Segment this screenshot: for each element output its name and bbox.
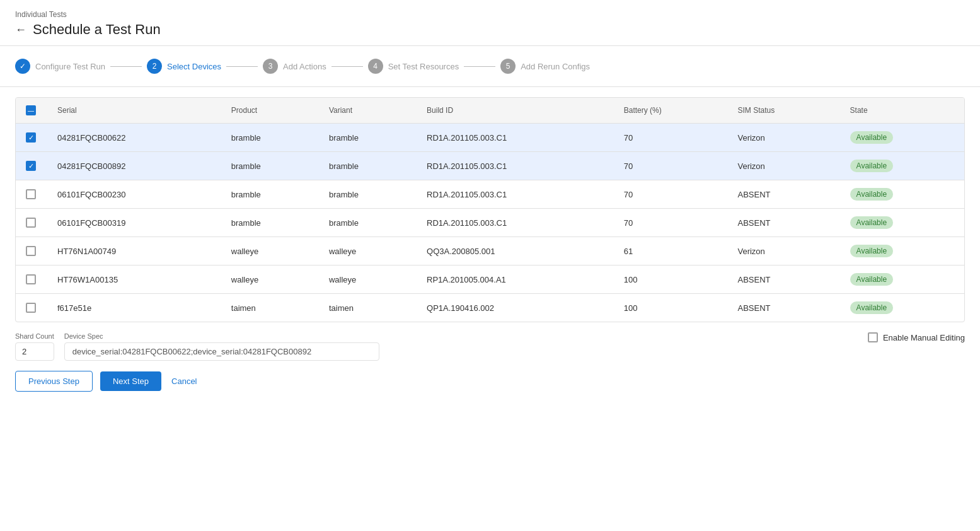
cell-battery: 70 [614, 180, 728, 209]
state-badge: Available [850, 188, 893, 201]
cell-build_id: RD1A.201105.003.C1 [417, 180, 614, 209]
cell-product: bramble [221, 180, 319, 209]
step-3: 3Add Actions [263, 59, 326, 74]
cell-serial: HT76W1A00135 [47, 266, 221, 294]
shard-count-label: Shard Count [15, 332, 54, 340]
footer-fields: Shard Count 2 Device Spec device_serial:… [15, 332, 965, 361]
table-row[interactable]: HT76N1A00749walleyewalleyeQQ3A.200805.00… [16, 237, 964, 266]
next-step-button[interactable]: Next Step [100, 371, 161, 391]
cell-state: Available [840, 266, 964, 294]
row-checkbox-row7[interactable] [26, 303, 36, 313]
step-2: 2Select Devices [147, 59, 221, 74]
shard-count-value[interactable]: 2 [15, 342, 54, 361]
step-label-5: Add Rerun Configs [521, 62, 590, 71]
row-checkbox-row5[interactable] [26, 246, 36, 256]
state-badge: Available [850, 131, 893, 144]
enable-manual-label: Enable Manual Editing [883, 333, 965, 342]
cell-product: walleye [221, 237, 319, 266]
col-header-state: State [840, 98, 964, 124]
enable-manual-group: Enable Manual Editing [868, 332, 965, 342]
device-spec-value[interactable]: device_serial:04281FQCB00622;device_seri… [64, 342, 379, 361]
cell-variant: walleye [319, 266, 417, 294]
cell-battery: 70 [614, 209, 728, 237]
row-checkbox-row6[interactable] [26, 274, 36, 284]
step-circle-2: 2 [147, 59, 162, 74]
cell-build_id: RD1A.201105.003.C1 [417, 209, 614, 237]
cell-build_id: QQ3A.200805.001 [417, 237, 614, 266]
enable-manual-checkbox[interactable] [868, 332, 878, 342]
cell-serial: 04281FQCB00622 [47, 124, 221, 152]
step-connector-2 [226, 66, 258, 67]
step-circle-1: ✓ [15, 59, 30, 74]
row-checkbox-row2[interactable] [26, 161, 36, 171]
table-row[interactable]: 04281FQCB00622bramblebrambleRD1A.201105.… [16, 124, 964, 152]
col-header-checkbox [16, 98, 47, 124]
devices-table-container: SerialProductVariantBuild IDBattery (%)S… [15, 97, 965, 322]
table-row[interactable]: f617e51etaimentaimenQP1A.190416.002100AB… [16, 294, 964, 322]
cell-build_id: RD1A.201105.003.C1 [417, 124, 614, 152]
cell-state: Available [840, 237, 964, 266]
step-circle-4: 4 [368, 59, 383, 74]
step-label-3: Add Actions [283, 62, 326, 71]
state-badge: Available [850, 273, 893, 286]
cell-product: bramble [221, 124, 319, 152]
footer-section: Shard Count 2 Device Spec device_serial:… [0, 322, 980, 402]
device-spec-group: Device Spec device_serial:04281FQCB00622… [64, 332, 379, 361]
col-header-variant: Variant [319, 98, 417, 124]
step-connector-3 [331, 66, 363, 67]
step-connector-1 [110, 66, 142, 67]
cell-build_id: QP1A.190416.002 [417, 294, 614, 322]
cell-state: Available [840, 152, 964, 180]
step-1: ✓Configure Test Run [15, 59, 105, 74]
cell-variant: walleye [319, 237, 417, 266]
back-arrow-icon[interactable]: ← [15, 24, 26, 35]
row-checkbox-row4[interactable] [26, 218, 36, 228]
table-row[interactable]: HT76W1A00135walleyewalleyeRP1A.201005.00… [16, 266, 964, 294]
col-header-sim_status: SIM Status [727, 98, 839, 124]
select-all-checkbox[interactable] [26, 105, 36, 115]
cell-state: Available [840, 209, 964, 237]
cell-product: taimen [221, 294, 319, 322]
cell-sim_status: ABSENT [727, 266, 839, 294]
title-row: ← Schedule a Test Run [15, 21, 965, 45]
cell-serial: 04281FQCB00892 [47, 152, 221, 180]
table-row[interactable]: 06101FQCB00230bramblebrambleRD1A.201105.… [16, 180, 964, 209]
step-circle-3: 3 [263, 59, 278, 74]
cell-product: walleye [221, 266, 319, 294]
table-row[interactable]: 06101FQCB00319bramblebrambleRD1A.201105.… [16, 209, 964, 237]
cell-sim_status: Verizon [727, 124, 839, 152]
cell-serial: HT76N1A00749 [47, 237, 221, 266]
row-checkbox-row1[interactable] [26, 132, 36, 143]
cell-build_id: RP1A.201005.004.A1 [417, 266, 614, 294]
breadcrumb: Individual Tests [15, 10, 965, 19]
cell-variant: bramble [319, 124, 417, 152]
row-checkbox-row3[interactable] [26, 189, 36, 199]
table-row[interactable]: 04281FQCB00892bramblebrambleRD1A.201105.… [16, 152, 964, 180]
col-header-battery: Battery (%) [614, 98, 728, 124]
cell-battery: 70 [614, 124, 728, 152]
cell-variant: bramble [319, 209, 417, 237]
previous-step-button[interactable]: Previous Step [15, 371, 93, 392]
cancel-button[interactable]: Cancel [169, 371, 199, 391]
cell-state: Available [840, 294, 964, 322]
cell-battery: 100 [614, 266, 728, 294]
cell-product: bramble [221, 209, 319, 237]
cell-serial: 06101FQCB00319 [47, 209, 221, 237]
device-spec-label: Device Spec [64, 332, 379, 340]
step-connector-4 [464, 66, 495, 67]
state-badge: Available [850, 245, 893, 257]
step-5: 5Add Rerun Configs [500, 59, 590, 74]
step-label-1: Configure Test Run [35, 62, 105, 71]
cell-variant: bramble [319, 152, 417, 180]
stepper: ✓Configure Test Run2Select Devices3Add A… [0, 46, 980, 86]
cell-sim_status: ABSENT [727, 294, 839, 322]
cell-sim_status: ABSENT [727, 180, 839, 209]
cell-battery: 61 [614, 237, 728, 266]
col-header-product: Product [221, 98, 319, 124]
cell-serial: 06101FQCB00230 [47, 180, 221, 209]
step-label-4: Set Test Resources [388, 62, 459, 71]
cell-state: Available [840, 180, 964, 209]
step-circle-5: 5 [500, 59, 516, 74]
cell-sim_status: Verizon [727, 152, 839, 180]
state-badge: Available [850, 301, 893, 314]
